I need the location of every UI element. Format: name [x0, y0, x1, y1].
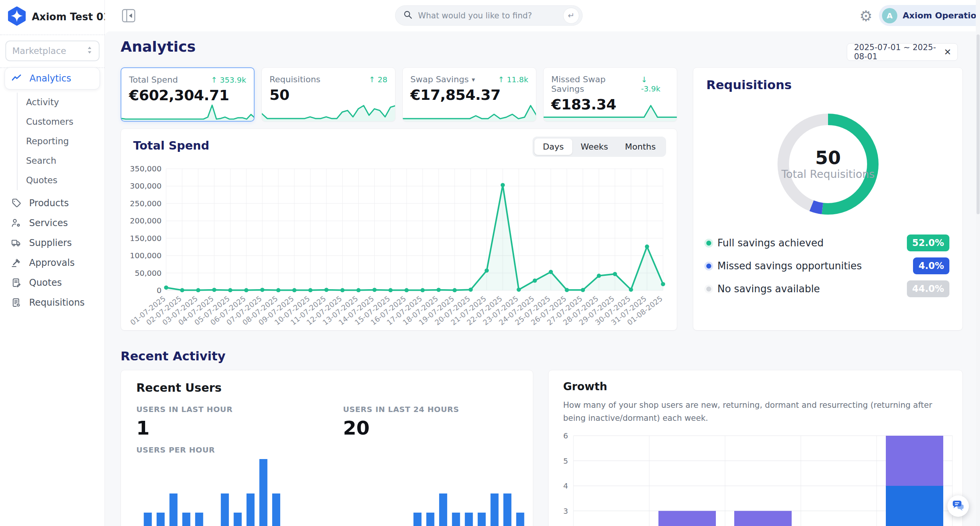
svg-text:150,000: 150,000	[130, 234, 162, 243]
total-requisitions-label: Total Requisitions	[781, 168, 875, 181]
stat-card-delta: ↑ 28	[369, 75, 387, 84]
sidebar-item-quotes[interactable]: Quotes	[5, 273, 100, 293]
svg-text:250,000: 250,000	[130, 199, 162, 208]
legend-row-missed-savings-opportunities: Missed savings opportunities4.0%	[693, 254, 962, 277]
document-check-icon	[10, 296, 22, 309]
sidebar-subitem-reporting[interactable]: Reporting	[26, 132, 105, 151]
stat-card-label: Total Spend	[129, 75, 178, 85]
svg-text:4: 4	[563, 481, 568, 490]
search-input[interactable]	[417, 11, 563, 21]
requisitions-donut-chart: 50 Total Requisitions	[771, 107, 885, 221]
date-range-filter[interactable]: 2025-07-01 ~ 2025-08-01 ✕	[847, 43, 958, 61]
stat-card-value: €17,854.37	[403, 84, 536, 103]
close-icon[interactable]: ✕	[944, 48, 951, 57]
sidebar-subitem-activity[interactable]: Activity	[26, 93, 105, 112]
sidebar-item-requisitions[interactable]: Requisitions	[5, 293, 100, 313]
sidebar-subitem-quotes[interactable]: Quotes	[26, 171, 105, 190]
document-edit-icon	[10, 277, 22, 289]
users-per-hour-bar-chart	[129, 459, 527, 526]
section-heading: Recent Activity	[121, 349, 225, 363]
panel-title: Requisitions	[706, 78, 792, 92]
sidebar: Axiom Test 01 Marketplace AnalyticsActiv…	[0, 0, 105, 526]
svg-text:350,000: 350,000	[130, 164, 162, 173]
sidebar-subitem-customers[interactable]: Customers	[26, 112, 105, 132]
legend-dot-icon	[706, 287, 711, 291]
stat-card-missed-swap-savings[interactable]: Missed Swap Savings↓ -3.9k€183.34	[543, 67, 677, 122]
date-range-value: 2025-07-01 ~ 2025-08-01	[854, 43, 944, 61]
stat-card-header: Missed Swap Savings↓ -3.9k	[544, 68, 677, 94]
chevron-down-icon[interactable]: ▾	[472, 76, 475, 83]
brand-logo-icon	[7, 6, 27, 28]
legend-row-no-savings-available: No savings available44.0%	[693, 277, 962, 300]
stat-card-total-spend[interactable]: Total Spend↑ 353.9k€602,304.71	[121, 67, 255, 122]
scrollbar-thumb[interactable]	[977, 34, 980, 214]
sidebar-subitem-search[interactable]: Search	[26, 151, 105, 171]
users-last-hour-stat: USERS IN LAST HOUR 1	[136, 405, 233, 439]
legend-label: No savings available	[717, 283, 907, 295]
svg-text:50,000: 50,000	[135, 269, 162, 278]
sidebar-item-label: Analytics	[29, 73, 71, 84]
sidebar-item-label: Suppliers	[29, 238, 72, 248]
stat-card-delta: ↑ 353.9k	[211, 75, 246, 85]
stat-card-label: Swap Savings▾	[410, 75, 475, 84]
stat-card-swap-savings[interactable]: Swap Savings▾↑ 11.8k€17,854.37	[402, 67, 536, 122]
sidebar-item-approvals[interactable]: Approvals	[5, 253, 100, 273]
stat-card-label: Missed Swap Savings	[551, 75, 641, 94]
granularity-tabs: DaysWeeksMonths	[532, 137, 666, 157]
tab-months[interactable]: Months	[617, 138, 664, 155]
sidebar-item-label: Products	[29, 198, 69, 208]
sidebar-item-services[interactable]: Services	[5, 213, 100, 233]
marketplace-select[interactable]: Marketplace	[5, 41, 100, 61]
select-chevrons-icon	[87, 46, 93, 56]
sparkline-chart	[262, 103, 395, 121]
legend-label: Full savings achieved	[717, 237, 907, 249]
tab-weeks[interactable]: Weeks	[572, 138, 617, 155]
sidebar-item-suppliers[interactable]: Suppliers	[5, 233, 100, 253]
search-icon	[403, 10, 413, 21]
total-spend-line-chart: 050,000100,000150,000200,000250,000300,0…	[128, 164, 671, 327]
sidebar-item-analytics[interactable]: Analytics	[5, 67, 100, 90]
settings-gear-icon[interactable]: ⚙	[858, 8, 874, 24]
sparkline-chart	[403, 103, 536, 121]
tab-days[interactable]: Days	[534, 138, 572, 155]
svg-text:5: 5	[563, 456, 568, 466]
user-gear-icon	[10, 217, 22, 229]
brand-name: Axiom Test 01	[32, 11, 110, 23]
card-title: Growth	[563, 380, 607, 393]
svg-text:6: 6	[563, 431, 568, 440]
account-menu[interactable]: A Axiom Operations	[879, 5, 980, 26]
sidebar-item-label: Quotes	[29, 277, 62, 288]
search-submit-button[interactable]: ↵	[563, 8, 579, 24]
donut-center: 50 Total Requisitions	[771, 107, 885, 221]
sparkline-chart	[544, 103, 677, 121]
donut-legend: Full savings achieved52.0%Missed savings…	[693, 231, 962, 300]
svg-text:100,000: 100,000	[130, 251, 162, 260]
panel-title: Total Spend	[133, 139, 209, 152]
truck-icon	[10, 237, 22, 249]
sidebar-item-label: Services	[29, 218, 68, 228]
legend-label: Missed savings opportunities	[717, 260, 913, 272]
sidebar-item-products[interactable]: Products	[5, 193, 100, 213]
stat-card-requisitions[interactable]: Requisitions↑ 2850	[261, 67, 395, 122]
line-chart-icon	[10, 72, 23, 85]
recent-users-card: Recent Users USERS IN LAST HOUR 1 USERS …	[121, 370, 533, 526]
svg-text:200,000: 200,000	[130, 216, 162, 225]
marketplace-select-value: Marketplace	[12, 46, 66, 56]
legend-dot-icon	[706, 241, 711, 246]
total-requisitions-value: 50	[815, 148, 841, 168]
sidebar-collapse-button[interactable]	[122, 9, 136, 23]
users-per-hour-label: USERS PER HOUR	[136, 445, 215, 454]
growth-stacked-bar-chart: 6543	[552, 427, 959, 526]
stat-value: 20	[343, 417, 459, 439]
account-name: Axiom Operations	[903, 11, 980, 20]
stat-card-value: €602,304.71	[121, 85, 254, 104]
legend-dot-icon	[706, 264, 711, 269]
global-search[interactable]: ↵	[395, 5, 583, 26]
chat-fab-button[interactable]	[947, 495, 969, 517]
avatar: A	[882, 8, 897, 23]
sidebar-nav: AnalyticsActivityCustomersReportingSearc…	[0, 67, 105, 313]
stat-value: 1	[136, 417, 233, 439]
sidebar-subnav: ActivityCustomersReportingSearchQuotes	[17, 93, 105, 190]
svg-text:3: 3	[563, 506, 568, 516]
stat-card-label: Requisitions	[270, 75, 320, 84]
